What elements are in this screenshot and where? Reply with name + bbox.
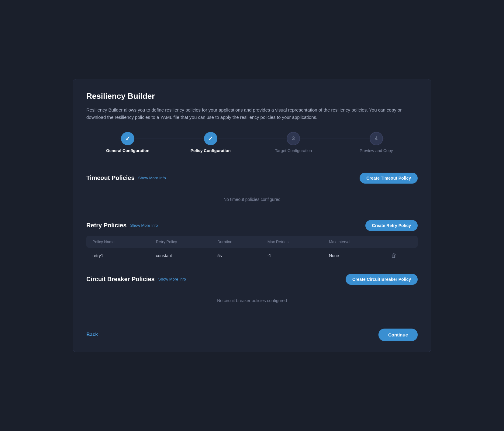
step-label-policy: Policy Configuration — [191, 148, 231, 153]
step-circle-general: ✓ — [121, 132, 134, 145]
step-circle-target: 3 — [287, 132, 300, 145]
divider-top — [86, 164, 418, 164]
page-description: Resiliency Builder allows you to define … — [86, 106, 418, 121]
create-retry-policy-button[interactable]: Create Retry Policy — [365, 220, 418, 231]
create-timeout-policy-button[interactable]: Create Timeout Policy — [360, 173, 418, 184]
footer: Back Continue — [86, 324, 418, 341]
col-actions — [385, 236, 418, 248]
checkmark-icon: ✓ — [125, 135, 130, 142]
row-policy-name: retry1 — [86, 248, 150, 264]
retry-show-more-link[interactable]: Show More Info — [130, 223, 158, 228]
retry-section-title: Retry Policies — [86, 222, 126, 229]
col-max-retries: Max Retries — [261, 236, 323, 248]
step-number-preview: 4 — [375, 136, 378, 141]
col-duration: Duration — [211, 236, 261, 248]
step-label-general: General Configuration — [106, 148, 150, 153]
col-max-interval: Max Interval — [323, 236, 385, 248]
timeout-title-group: Timeout Policies Show More Info — [86, 174, 166, 181]
step-target: 3 Target Configuration — [252, 132, 335, 153]
row-retry-policy: constant — [150, 248, 211, 264]
delete-row-icon[interactable]: 🗑 — [391, 253, 397, 259]
circuit-breaker-title-group: Circuit Breaker Policies Show More Info — [86, 276, 186, 283]
timeout-show-more-link[interactable]: Show More Info — [138, 176, 166, 180]
step-number-target: 3 — [292, 136, 295, 141]
back-button[interactable]: Back — [86, 332, 98, 337]
step-circle-preview: 4 — [370, 132, 383, 145]
step-general: ✓ General Configuration — [86, 132, 169, 153]
circuit-breaker-section-header: Circuit Breaker Policies Show More Info … — [86, 274, 418, 285]
retry-policy-table: Policy Name Retry Policy Duration Max Re… — [86, 236, 418, 264]
timeout-section-header: Timeout Policies Show More Info Create T… — [86, 173, 418, 184]
create-circuit-breaker-policy-button[interactable]: Create Circuit Breaker Policy — [346, 274, 418, 285]
retry-section: Retry Policies Show More Info Create Ret… — [86, 220, 418, 264]
retry-title-group: Retry Policies Show More Info — [86, 222, 158, 229]
resiliency-builder-modal: Resiliency Builder Resiliency Builder al… — [73, 79, 431, 352]
retry-table-header-row: Policy Name Retry Policy Duration Max Re… — [86, 236, 418, 248]
col-policy-name: Policy Name — [86, 236, 150, 248]
circuit-breaker-empty-state: No circuit breaker policies configured — [86, 290, 418, 312]
checkmark-icon-policy: ✓ — [208, 135, 213, 142]
continue-button[interactable]: Continue — [378, 329, 418, 341]
row-max-retries: -1 — [261, 248, 323, 264]
timeout-section-title: Timeout Policies — [86, 174, 135, 181]
col-retry-policy: Retry Policy — [150, 236, 211, 248]
step-preview: 4 Preview and Copy — [335, 132, 418, 153]
table-row: retry1 constant 5s -1 None 🗑 — [86, 248, 418, 264]
row-delete-cell: 🗑 — [385, 248, 418, 264]
circuit-breaker-section-title: Circuit Breaker Policies — [86, 276, 155, 283]
step-circle-policy: ✓ — [204, 132, 217, 145]
row-max-interval: None — [323, 248, 385, 264]
stepper: ✓ General Configuration ✓ Policy Configu… — [86, 132, 418, 153]
retry-section-header: Retry Policies Show More Info Create Ret… — [86, 220, 418, 231]
row-duration: 5s — [211, 248, 261, 264]
circuit-breaker-section: Circuit Breaker Policies Show More Info … — [86, 274, 418, 312]
timeout-empty-state: No timeout policies configured — [86, 188, 418, 210]
step-label-target: Target Configuration — [275, 148, 312, 153]
circuit-breaker-show-more-link[interactable]: Show More Info — [158, 277, 186, 281]
step-policy: ✓ Policy Configuration — [169, 132, 252, 153]
step-label-preview: Preview and Copy — [360, 148, 393, 153]
timeout-section: Timeout Policies Show More Info Create T… — [86, 173, 418, 210]
page-title: Resiliency Builder — [86, 91, 418, 101]
